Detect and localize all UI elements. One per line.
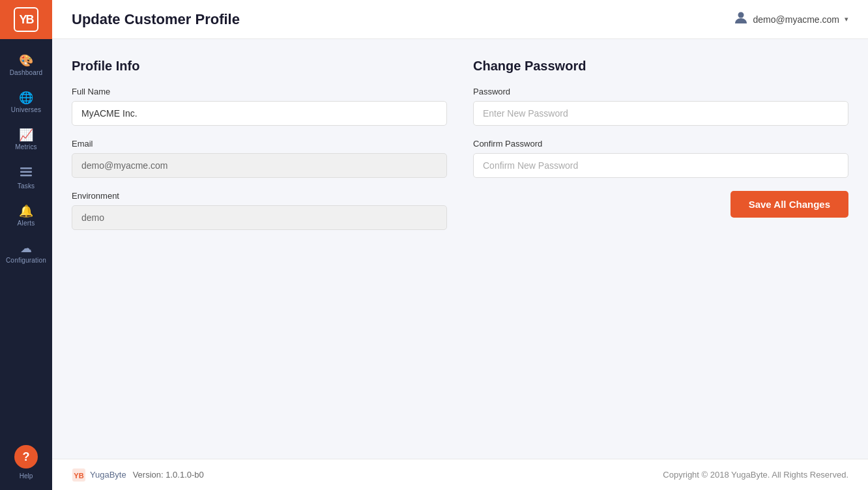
full-name-group: Full Name xyxy=(72,87,447,126)
footer-version: Version: 1.0.1.0-b0 xyxy=(133,470,204,480)
change-password-section: Change Password Password Confirm Passwor… xyxy=(473,59,848,243)
sidebar-label-metrics: Metrics xyxy=(15,143,37,151)
footer-left: YB YugaByte Version: 1.0.1.0-b0 xyxy=(72,468,204,482)
email-label: Email xyxy=(72,139,447,149)
confirm-password-group: Confirm Password xyxy=(473,139,848,178)
sidebar-label-alerts: Alerts xyxy=(18,220,35,227)
user-avatar-icon xyxy=(734,10,748,29)
main-wrapper: Update Customer Profile demo@myacme.com … xyxy=(52,0,868,490)
chevron-down-icon: ▾ xyxy=(845,15,848,23)
environment-group: Environment xyxy=(72,191,447,230)
password-group: Password xyxy=(473,87,848,126)
sidebar-label-dashboard: Dashboard xyxy=(10,69,43,76)
sidebar-label-universes: Universes xyxy=(11,106,41,113)
svg-rect-1 xyxy=(20,171,32,173)
environment-input[interactable] xyxy=(72,205,447,230)
sidebar-item-universes[interactable]: 🌐 Universes xyxy=(0,83,52,120)
sidebar-item-metrics[interactable]: 📈 Metrics xyxy=(0,120,52,157)
sidebar-item-configuration[interactable]: ☁ Configuration xyxy=(0,233,52,270)
footer-copyright: Copyright © 2018 YugaByte. All Rights Re… xyxy=(663,470,848,480)
sidebar-label-configuration: Configuration xyxy=(6,257,46,264)
password-label: Password xyxy=(473,87,848,96)
sidebar-bottom: ? Help xyxy=(0,445,52,490)
environment-label: Environment xyxy=(72,191,447,201)
email-group: Email xyxy=(72,139,447,178)
full-name-label: Full Name xyxy=(72,87,447,96)
profile-info-title: Profile Info xyxy=(72,59,447,74)
sidebar-nav: 🎨 Dashboard 🌐 Universes 📈 Metrics Tasks … xyxy=(0,39,52,445)
sidebar-item-alerts[interactable]: 🔔 Alerts xyxy=(0,196,52,233)
top-header: Update Customer Profile demo@myacme.com … xyxy=(52,0,868,39)
svg-point-3 xyxy=(738,12,744,18)
confirm-password-input[interactable] xyxy=(473,153,848,178)
svg-text:YB: YB xyxy=(74,472,83,480)
footer-logo: YB YugaByte xyxy=(72,468,126,482)
sidebar-item-tasks[interactable]: Tasks xyxy=(0,157,52,196)
tasks-icon xyxy=(20,166,32,180)
dashboard-icon: 🎨 xyxy=(19,55,33,66)
sidebar-item-dashboard[interactable]: 🎨 Dashboard xyxy=(0,46,52,83)
help-label: Help xyxy=(20,472,33,480)
profile-info-section: Profile Info Full Name Email Environment xyxy=(72,59,447,243)
yugabyte-logo-icon: YB xyxy=(72,468,86,482)
metrics-icon: 📈 xyxy=(19,129,33,141)
svg-rect-0 xyxy=(20,167,32,169)
confirm-password-label: Confirm Password xyxy=(473,139,848,149)
content-area: Profile Info Full Name Email Environment… xyxy=(52,39,868,459)
change-password-title: Change Password xyxy=(473,59,848,74)
save-all-changes-button[interactable]: Save All Changes xyxy=(731,191,848,218)
configuration-icon: ☁ xyxy=(20,242,32,254)
logo-badge: YB xyxy=(14,7,38,32)
help-button[interactable]: ? xyxy=(14,445,38,468)
form-grid: Profile Info Full Name Email Environment… xyxy=(72,59,848,243)
email-input[interactable] xyxy=(72,153,447,178)
page-title: Update Customer Profile xyxy=(72,11,240,28)
universes-icon: 🌐 xyxy=(19,92,33,104)
sidebar-label-tasks: Tasks xyxy=(18,182,35,190)
full-name-input[interactable] xyxy=(72,101,447,126)
sidebar: YB 🎨 Dashboard 🌐 Universes 📈 Metrics Tas… xyxy=(0,0,52,490)
footer-brand: YugaByte xyxy=(90,470,126,480)
sidebar-logo[interactable]: YB xyxy=(0,0,52,39)
svg-rect-2 xyxy=(20,175,32,177)
user-menu[interactable]: demo@myacme.com ▾ xyxy=(734,10,848,29)
footer: YB YugaByte Version: 1.0.1.0-b0 Copyrigh… xyxy=(52,459,868,490)
password-input[interactable] xyxy=(473,101,848,126)
user-email: demo@myacme.com xyxy=(753,14,839,25)
alerts-icon: 🔔 xyxy=(19,205,33,217)
